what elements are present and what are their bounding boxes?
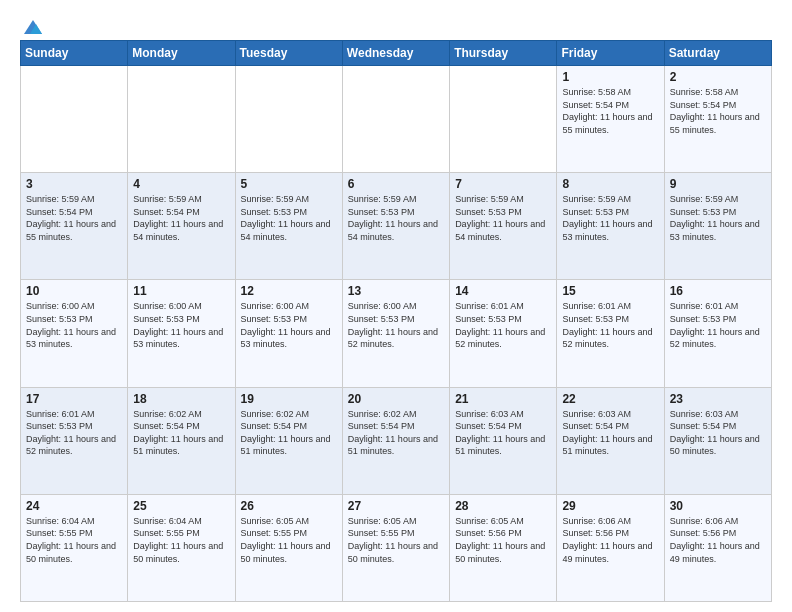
day-info: Sunrise: 6:05 AMSunset: 5:56 PMDaylight:… [455, 515, 551, 565]
calendar-header-row: SundayMondayTuesdayWednesdayThursdayFrid… [21, 41, 772, 66]
day-number: 23 [670, 392, 766, 406]
day-number: 6 [348, 177, 444, 191]
day-info: Sunrise: 6:01 AMSunset: 5:53 PMDaylight:… [26, 408, 122, 458]
day-info: Sunrise: 6:03 AMSunset: 5:54 PMDaylight:… [670, 408, 766, 458]
day-number: 24 [26, 499, 122, 513]
day-number: 17 [26, 392, 122, 406]
calendar-cell: 30Sunrise: 6:06 AMSunset: 5:56 PMDayligh… [664, 494, 771, 601]
calendar-cell: 13Sunrise: 6:00 AMSunset: 5:53 PMDayligh… [342, 280, 449, 387]
day-number: 25 [133, 499, 229, 513]
day-info: Sunrise: 6:04 AMSunset: 5:55 PMDaylight:… [133, 515, 229, 565]
day-number: 20 [348, 392, 444, 406]
calendar-cell: 14Sunrise: 6:01 AMSunset: 5:53 PMDayligh… [450, 280, 557, 387]
calendar-cell [450, 66, 557, 173]
day-info: Sunrise: 6:05 AMSunset: 5:55 PMDaylight:… [348, 515, 444, 565]
calendar-week-2: 3Sunrise: 5:59 AMSunset: 5:54 PMDaylight… [21, 173, 772, 280]
calendar-cell: 10Sunrise: 6:00 AMSunset: 5:53 PMDayligh… [21, 280, 128, 387]
day-number: 2 [670, 70, 766, 84]
col-header-monday: Monday [128, 41, 235, 66]
header [20, 16, 772, 34]
col-header-saturday: Saturday [664, 41, 771, 66]
calendar-week-1: 1Sunrise: 5:58 AMSunset: 5:54 PMDaylight… [21, 66, 772, 173]
calendar-week-5: 24Sunrise: 6:04 AMSunset: 5:55 PMDayligh… [21, 494, 772, 601]
day-number: 12 [241, 284, 337, 298]
calendar-cell [128, 66, 235, 173]
day-info: Sunrise: 5:58 AMSunset: 5:54 PMDaylight:… [562, 86, 658, 136]
day-number: 7 [455, 177, 551, 191]
calendar-cell: 24Sunrise: 6:04 AMSunset: 5:55 PMDayligh… [21, 494, 128, 601]
day-number: 14 [455, 284, 551, 298]
calendar-cell: 15Sunrise: 6:01 AMSunset: 5:53 PMDayligh… [557, 280, 664, 387]
day-number: 19 [241, 392, 337, 406]
calendar-cell: 27Sunrise: 6:05 AMSunset: 5:55 PMDayligh… [342, 494, 449, 601]
day-info: Sunrise: 6:02 AMSunset: 5:54 PMDaylight:… [348, 408, 444, 458]
day-info: Sunrise: 6:01 AMSunset: 5:53 PMDaylight:… [562, 300, 658, 350]
calendar-cell: 12Sunrise: 6:00 AMSunset: 5:53 PMDayligh… [235, 280, 342, 387]
day-number: 29 [562, 499, 658, 513]
calendar-week-3: 10Sunrise: 6:00 AMSunset: 5:53 PMDayligh… [21, 280, 772, 387]
page: SundayMondayTuesdayWednesdayThursdayFrid… [0, 0, 792, 612]
day-number: 4 [133, 177, 229, 191]
day-info: Sunrise: 5:59 AMSunset: 5:53 PMDaylight:… [348, 193, 444, 243]
day-number: 30 [670, 499, 766, 513]
day-number: 13 [348, 284, 444, 298]
day-number: 18 [133, 392, 229, 406]
calendar-cell: 19Sunrise: 6:02 AMSunset: 5:54 PMDayligh… [235, 387, 342, 494]
day-info: Sunrise: 5:59 AMSunset: 5:53 PMDaylight:… [241, 193, 337, 243]
day-info: Sunrise: 6:02 AMSunset: 5:54 PMDaylight:… [133, 408, 229, 458]
day-number: 16 [670, 284, 766, 298]
day-info: Sunrise: 6:00 AMSunset: 5:53 PMDaylight:… [133, 300, 229, 350]
calendar-cell: 22Sunrise: 6:03 AMSunset: 5:54 PMDayligh… [557, 387, 664, 494]
calendar-cell: 21Sunrise: 6:03 AMSunset: 5:54 PMDayligh… [450, 387, 557, 494]
day-info: Sunrise: 5:59 AMSunset: 5:54 PMDaylight:… [26, 193, 122, 243]
day-info: Sunrise: 6:05 AMSunset: 5:55 PMDaylight:… [241, 515, 337, 565]
col-header-wednesday: Wednesday [342, 41, 449, 66]
day-info: Sunrise: 6:00 AMSunset: 5:53 PMDaylight:… [26, 300, 122, 350]
logo [20, 16, 44, 34]
day-number: 22 [562, 392, 658, 406]
day-number: 21 [455, 392, 551, 406]
calendar-table: SundayMondayTuesdayWednesdayThursdayFrid… [20, 40, 772, 602]
day-info: Sunrise: 5:59 AMSunset: 5:54 PMDaylight:… [133, 193, 229, 243]
calendar-cell: 7Sunrise: 5:59 AMSunset: 5:53 PMDaylight… [450, 173, 557, 280]
col-header-thursday: Thursday [450, 41, 557, 66]
day-info: Sunrise: 6:04 AMSunset: 5:55 PMDaylight:… [26, 515, 122, 565]
logo-icon [22, 16, 44, 38]
col-header-sunday: Sunday [21, 41, 128, 66]
col-header-friday: Friday [557, 41, 664, 66]
day-info: Sunrise: 6:00 AMSunset: 5:53 PMDaylight:… [241, 300, 337, 350]
day-number: 10 [26, 284, 122, 298]
day-number: 3 [26, 177, 122, 191]
calendar-cell: 16Sunrise: 6:01 AMSunset: 5:53 PMDayligh… [664, 280, 771, 387]
calendar-cell: 2Sunrise: 5:58 AMSunset: 5:54 PMDaylight… [664, 66, 771, 173]
col-header-tuesday: Tuesday [235, 41, 342, 66]
calendar-cell: 29Sunrise: 6:06 AMSunset: 5:56 PMDayligh… [557, 494, 664, 601]
calendar-cell: 11Sunrise: 6:00 AMSunset: 5:53 PMDayligh… [128, 280, 235, 387]
calendar-cell: 5Sunrise: 5:59 AMSunset: 5:53 PMDaylight… [235, 173, 342, 280]
day-number: 28 [455, 499, 551, 513]
day-info: Sunrise: 6:01 AMSunset: 5:53 PMDaylight:… [670, 300, 766, 350]
day-number: 26 [241, 499, 337, 513]
day-number: 8 [562, 177, 658, 191]
day-info: Sunrise: 6:06 AMSunset: 5:56 PMDaylight:… [670, 515, 766, 565]
calendar-cell: 23Sunrise: 6:03 AMSunset: 5:54 PMDayligh… [664, 387, 771, 494]
day-info: Sunrise: 5:58 AMSunset: 5:54 PMDaylight:… [670, 86, 766, 136]
day-number: 1 [562, 70, 658, 84]
day-info: Sunrise: 6:02 AMSunset: 5:54 PMDaylight:… [241, 408, 337, 458]
calendar-cell: 25Sunrise: 6:04 AMSunset: 5:55 PMDayligh… [128, 494, 235, 601]
day-info: Sunrise: 6:01 AMSunset: 5:53 PMDaylight:… [455, 300, 551, 350]
calendar-cell: 18Sunrise: 6:02 AMSunset: 5:54 PMDayligh… [128, 387, 235, 494]
day-number: 5 [241, 177, 337, 191]
day-info: Sunrise: 5:59 AMSunset: 5:53 PMDaylight:… [562, 193, 658, 243]
day-info: Sunrise: 5:59 AMSunset: 5:53 PMDaylight:… [670, 193, 766, 243]
calendar-cell [342, 66, 449, 173]
day-info: Sunrise: 6:03 AMSunset: 5:54 PMDaylight:… [455, 408, 551, 458]
calendar-cell: 3Sunrise: 5:59 AMSunset: 5:54 PMDaylight… [21, 173, 128, 280]
calendar-cell: 28Sunrise: 6:05 AMSunset: 5:56 PMDayligh… [450, 494, 557, 601]
calendar-cell: 26Sunrise: 6:05 AMSunset: 5:55 PMDayligh… [235, 494, 342, 601]
calendar-cell [21, 66, 128, 173]
calendar-cell: 9Sunrise: 5:59 AMSunset: 5:53 PMDaylight… [664, 173, 771, 280]
day-info: Sunrise: 5:59 AMSunset: 5:53 PMDaylight:… [455, 193, 551, 243]
calendar-cell [235, 66, 342, 173]
day-info: Sunrise: 6:03 AMSunset: 5:54 PMDaylight:… [562, 408, 658, 458]
